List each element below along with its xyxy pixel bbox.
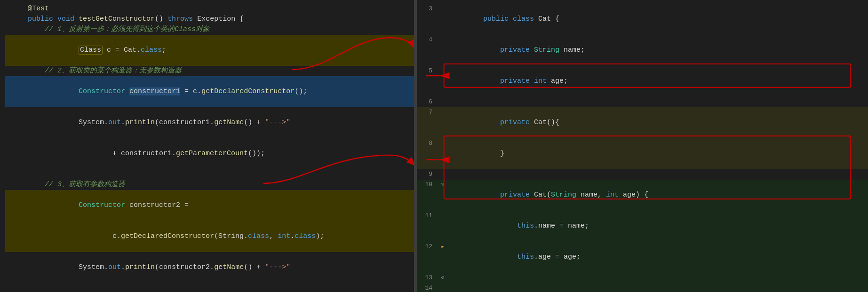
code-line-constructor2a: Constructor constructor2 = (5, 190, 414, 221)
right-line-8: 8 } (417, 138, 868, 169)
constructor1-var: constructor1 (129, 87, 180, 95)
right-line-6: 6 (417, 97, 868, 107)
right-line-12: 12 ▶ this.age = age; (417, 242, 868, 273)
code-line-println1a: System.out.println(constructor1.getName(… (5, 107, 414, 138)
right-line-4: 4 private String name; (417, 35, 868, 66)
right-code-panel: 3 public class Cat { 4 private String na… (417, 0, 868, 292)
right-line-13: 13 ⊖ (417, 273, 868, 283)
code-line-class-decl: Class c = Cat.class; (5, 35, 414, 66)
class-keyword-highlight: Class (79, 46, 103, 55)
right-line-10: 10 ▽ private Cat(String name, int age) { (417, 180, 868, 211)
right-line-9: 9 (417, 169, 868, 180)
code-line-println1b: + constructor1.getParameterCount()); (5, 138, 414, 169)
right-line-14: 14 } (417, 283, 868, 292)
right-code-content: 3 public class Cat { 4 private String na… (417, 4, 868, 292)
code-line-annotation: @Test (5, 4, 414, 14)
code-line-println2b: + constructor2.getParameterCount()); (5, 283, 414, 292)
left-code-panel: @Test public void testGetConstructor() t… (0, 0, 414, 292)
right-line-7: 7 private Cat(){ (417, 107, 868, 138)
right-line-5: 5 private int age; (417, 66, 868, 97)
code-line-method-sig: public void testGetConstructor() throws … (5, 14, 414, 24)
right-line-11: 11 this.name = name; (417, 211, 868, 242)
code-line-comment1: // 1、反射第一步：必须先得到这个类的Class对象 (5, 24, 414, 35)
right-line-3: 3 public class Cat { (417, 4, 868, 35)
code-line-comment2: // 2、获取类的某个构造器：无参数构造器 (5, 66, 414, 76)
code-line-println2a: System.out.println(constructor2.getName(… (5, 252, 414, 283)
code-line-constructor1: Constructor constructor1 = c.getDeclared… (5, 76, 414, 107)
code-line-empty1 (5, 169, 414, 180)
code-line-comment3: // 3、获取有参数构造器 (5, 180, 414, 190)
code-line-constructor2b: c.getDeclaredConstructor(String.class, i… (5, 221, 414, 252)
